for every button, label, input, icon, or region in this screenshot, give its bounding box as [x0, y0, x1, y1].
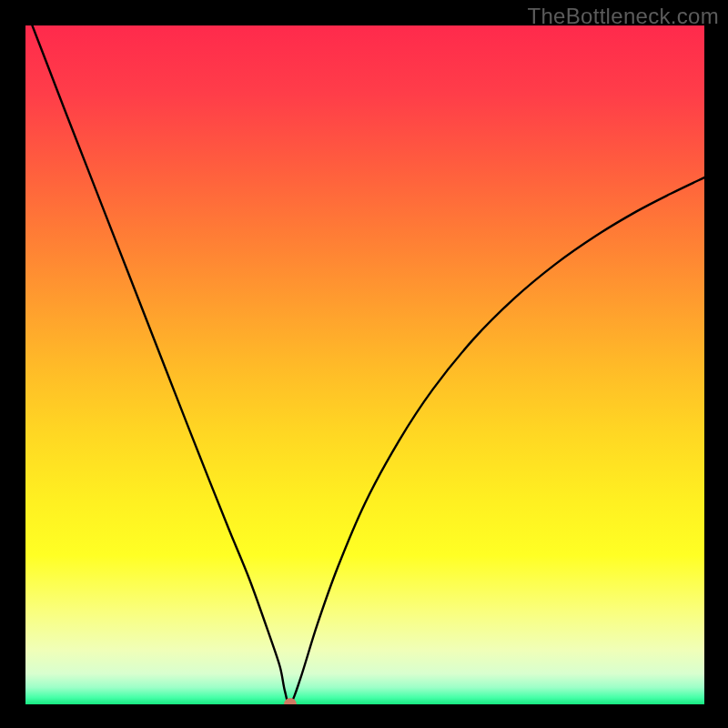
chart-frame: TheBottleneck.com: [0, 0, 728, 728]
chart-svg: [25, 25, 704, 704]
watermark-text: TheBottleneck.com: [527, 4, 719, 29]
plot-area: [25, 25, 704, 704]
gradient-background: [25, 25, 704, 704]
